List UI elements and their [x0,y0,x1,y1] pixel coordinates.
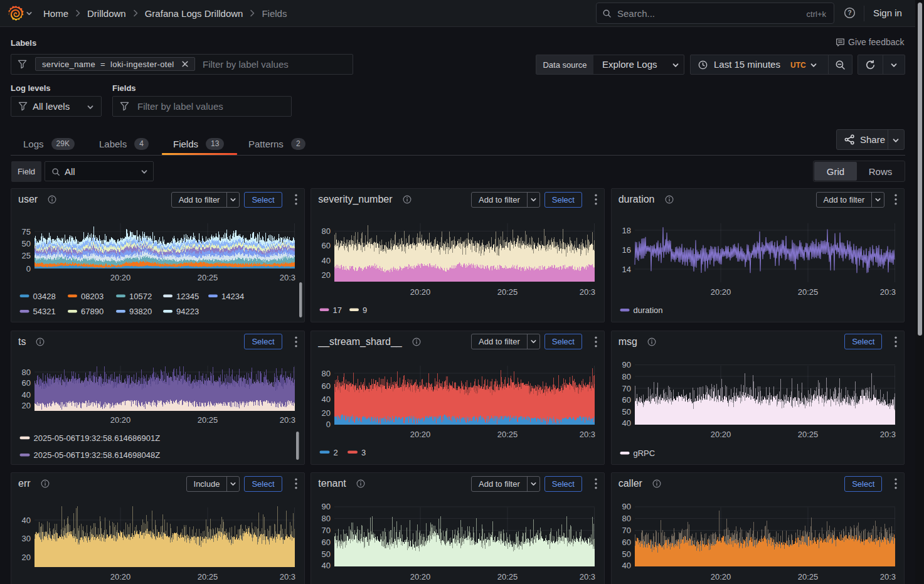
svg-text:20:3: 20:3 [580,572,595,581]
svg-text:70: 70 [622,526,630,535]
svg-text:20:20: 20:20 [410,287,431,297]
svg-text:16: 16 [622,245,630,255]
svg-text:40: 40 [22,390,31,399]
svg-text:20:20: 20:20 [710,287,731,297]
svg-text:94223: 94223 [176,307,199,316]
svg-text:67890: 67890 [81,307,104,316]
svg-text:93820: 93820 [129,307,152,316]
svg-text:60: 60 [322,538,331,547]
svg-text:40: 40 [22,516,31,525]
svg-text:duration: duration [633,305,662,315]
svg-text:3: 3 [361,447,366,457]
svg-text:75: 75 [22,227,31,236]
svg-text:40: 40 [322,561,331,570]
svg-text:20:20: 20:20 [410,429,431,438]
svg-text:0: 0 [326,420,331,429]
svg-text:40: 40 [622,418,630,428]
svg-text:80: 80 [322,514,331,523]
svg-text:20:20: 20:20 [110,572,131,581]
svg-text:14234: 14234 [221,292,244,301]
svg-text:20:25: 20:25 [198,572,218,581]
svg-text:20:3: 20:3 [280,415,295,424]
svg-text:40: 40 [322,256,331,265]
svg-text:80: 80 [622,371,630,381]
svg-text:20:3: 20:3 [280,572,295,581]
svg-text:2025-05-06T19:32:58.614698048Z: 2025-05-06T19:32:58.614698048Z [34,450,161,459]
svg-text:20:25: 20:25 [497,287,518,297]
svg-text:20:20: 20:20 [110,415,131,424]
svg-text:20: 20 [22,401,31,410]
svg-text:50: 50 [322,549,331,559]
svg-text:80: 80 [622,514,630,523]
svg-text:70: 70 [622,383,630,393]
svg-text:2025-05-06T19:32:58.614686901Z: 2025-05-06T19:32:58.614686901Z [34,433,161,442]
svg-text:54321: 54321 [33,307,56,316]
svg-text:20:25: 20:25 [797,287,818,297]
svg-text:?: ? [847,9,851,16]
svg-text:60: 60 [22,378,31,388]
svg-text:80: 80 [322,226,331,236]
svg-text:25: 25 [22,251,31,260]
svg-text:60: 60 [622,538,630,547]
svg-text:14: 14 [622,265,630,274]
svg-text:20:3: 20:3 [879,429,895,438]
svg-text:90: 90 [622,360,630,369]
svg-text:20:3: 20:3 [580,287,595,297]
svg-text:20:3: 20:3 [580,429,595,438]
svg-text:10572: 10572 [129,292,152,301]
svg-text:0: 0 [26,264,31,273]
svg-text:20:25: 20:25 [497,572,518,581]
svg-text:40: 40 [322,395,331,404]
svg-text:50: 50 [22,239,31,248]
svg-text:20:20: 20:20 [410,572,431,581]
svg-text:60: 60 [322,381,331,390]
svg-text:50: 50 [622,406,630,416]
svg-text:20:25: 20:25 [198,415,218,424]
svg-text:80: 80 [22,367,31,376]
svg-text:80: 80 [322,368,331,378]
svg-text:60: 60 [622,395,630,404]
svg-text:70: 70 [322,526,331,535]
svg-text:20: 20 [22,553,31,562]
svg-text:2: 2 [334,447,338,457]
svg-text:90: 90 [322,502,331,511]
svg-text:20:3: 20:3 [879,572,895,581]
svg-text:50: 50 [622,549,630,559]
svg-text:40: 40 [622,561,630,570]
svg-text:30: 30 [22,534,31,543]
svg-text:20: 20 [322,408,331,417]
svg-text:20: 20 [322,270,331,280]
svg-text:20:3: 20:3 [280,273,295,282]
svg-text:03428: 03428 [33,292,56,301]
svg-text:20:25: 20:25 [497,429,518,438]
svg-text:12345: 12345 [176,292,199,301]
svg-text:9: 9 [363,305,367,315]
svg-text:20:25: 20:25 [797,572,818,581]
svg-text:60: 60 [322,241,331,250]
svg-text:18: 18 [622,226,630,235]
svg-text:20:25: 20:25 [797,429,818,438]
svg-text:17: 17 [333,305,342,315]
svg-text:90: 90 [622,502,630,511]
svg-text:20:20: 20:20 [710,572,731,581]
svg-text:20:20: 20:20 [710,429,731,438]
svg-text:20:20: 20:20 [110,273,131,282]
svg-text:gRPC: gRPC [633,449,655,458]
svg-text:08203: 08203 [81,292,104,301]
svg-text:20:3: 20:3 [879,287,895,297]
svg-text:20:25: 20:25 [198,273,218,282]
